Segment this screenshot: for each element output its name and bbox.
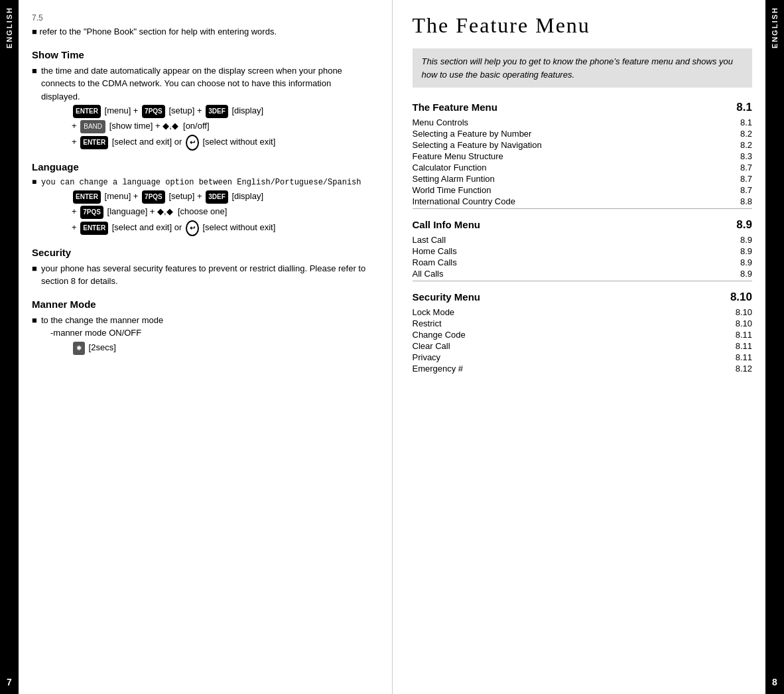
toc-item-1-3: All Calls8.9 [413,268,753,279]
toc-item-0-4: Calculator Function8.7 [413,162,753,173]
toc-section-0: The Feature Menu8.1Menu Controls8.1Selec… [413,101,753,209]
toc-item-name-0-1: Selecting a Feature by Number [413,129,720,139]
sub-page-number: 7.5 [32,13,372,23]
manner-mode-title: Manner Mode [32,299,372,310]
manner-step: ✱ [2secs] [32,340,372,355]
lang-enter-icon: ENTER [73,190,101,204]
toc-item-2-1: Restrict8.10 [413,318,753,329]
toc-section-1: Call Info Menu8.9Last Call8.9Home Calls8… [413,218,753,281]
step-2: + BAND [show time] + ◆,◆ [on/off] [58,118,372,133]
toc-item-0-1: Selecting a Feature by Number8.2 [413,128,753,139]
toc-item-name-2-3: Clear Call [413,341,720,351]
toc-container: The Feature Menu8.1Menu Controls8.1Selec… [413,101,753,374]
lang-sel-icon: ENTER [80,222,108,235]
lang-setup-icon: 7PQS [142,190,165,204]
toc-item-name-0-7: International Country Code [413,196,720,206]
show-time-section: Show Time the time and date automaticall… [32,49,372,151]
toc-item-page-2-5: 8.12 [719,364,752,374]
toc-section-page-1: 8.9 [736,218,752,232]
toc-header-row-0: The Feature Menu8.1 [413,101,753,114]
show-time-bullet: the time and date automatically appear o… [32,64,372,104]
toc-item-2-4: Privacy8.11 [413,352,753,363]
select-no-exit-icon: ↩ [186,135,199,151]
intro-box: This section will help you to get to kno… [413,48,753,88]
toc-item-name-0-6: World Time Function [413,185,720,195]
toc-item-name-1-1: Home Calls [413,246,720,256]
toc-item-name-0-0: Menu Controls [413,117,720,127]
toc-item-name-1-2: Roam Calls [413,257,720,267]
manner-step-1: ✱ [2secs] [58,340,372,355]
enter-icon: ENTER [73,105,101,118]
toc-item-name-2-0: Lock Mode [413,307,720,317]
toc-divider-0 [413,208,753,209]
toc-section-page-0: 8.1 [736,101,752,114]
right-side-tab: ENGLISH 8 [765,0,784,694]
toc-item-0-2: Selecting a Feature by Navigation8.2 [413,139,753,151]
manner-sub: -manner mode ON/OFF [32,326,372,340]
toc-item-name-2-4: Privacy [413,352,720,362]
lang-display-icon: 3DEF [206,190,228,204]
show-time-content: the time and date automatically appear o… [32,64,372,151]
toc-section-page-2: 8.10 [730,291,752,304]
manner-mode-section: Manner Mode to the change the manner mod… [32,299,372,355]
toc-item-2-3: Clear Call8.11 [413,340,753,352]
intro-text: refer to the "Phone Book" section for he… [32,25,372,38]
main-content: 7.5 refer to the "Phone Book" section fo… [19,0,765,694]
toc-item-name-0-5: Setting Alarm Funtion [413,174,720,184]
toc-item-name-2-2: Change Code [413,330,720,340]
toc-item-2-2: Change Code8.11 [413,329,753,340]
toc-item-0-6: World Time Function8.7 [413,184,753,196]
toc-item-page-0-5: 8.7 [719,174,752,184]
toc-section-title-1: Call Info Menu [413,219,481,230]
toc-item-0-0: Menu Controls8.1 [413,117,753,128]
toc-item-page-0-6: 8.7 [719,185,752,195]
toc-item-page-2-4: 8.11 [719,352,752,362]
left-page: 7.5 refer to the "Phone Book" section fo… [19,0,393,694]
security-content: your phone has several security features… [32,262,372,288]
security-bullet: your phone has several security features… [32,262,372,288]
toc-item-page-0-1: 8.2 [719,129,752,139]
toc-item-1-0: Last Call8.9 [413,234,753,245]
left-page-number: 7 [7,677,12,687]
toc-header-row-2: Security Menu8.10 [413,291,753,304]
toc-section-2: Security Menu8.10Lock Mode8.10Restrict8.… [413,291,753,374]
intro-text: This section will help you to get to kno… [422,56,734,80]
step-1: ENTER [menu] + 7PQS [setup] + 3DEF [disp… [58,103,372,118]
toc-item-page-2-2: 8.11 [719,330,752,340]
toc-item-page-2-0: 8.10 [719,307,752,317]
language-section: Language you can change a language optio… [32,161,372,236]
toc-item-name-1-0: Last Call [413,235,720,245]
display-icon: 3DEF [206,105,228,118]
toc-item-page-0-3: 8.3 [719,151,752,161]
setup-icon: 7PQS [142,105,165,118]
toc-item-2-5: Emergency #8.12 [413,363,753,374]
intro-bullet: refer to the "Phone Book" section for he… [32,25,372,38]
toc-item-name-1-3: All Calls [413,269,720,279]
toc-item-page-0-4: 8.7 [719,163,752,173]
manner-bullet: to the change the manner mode [32,314,372,327]
toc-item-page-2-1: 8.10 [719,318,752,328]
manner-key-icon: ✱ [73,342,85,355]
toc-item-page-1-0: 8.9 [719,235,752,245]
toc-item-page-0-0: 8.1 [719,117,752,127]
right-page: The Feature Menu This section will help … [393,0,766,694]
toc-item-0-3: Feature Menu Structure8.3 [413,151,753,162]
lang-step-2: + 7PQS [language] + ◆,◆ [choose one] [58,204,372,219]
show-time-steps: ENTER [menu] + 7PQS [setup] + 3DEF [disp… [32,103,372,151]
language-content: you can change a language option between… [32,176,372,236]
toc-item-name-0-3: Feature Menu Structure [413,151,720,161]
toc-item-0-5: Setting Alarm Funtion8.7 [413,173,753,184]
toc-item-name-2-1: Restrict [413,318,720,328]
toc-item-page-1-2: 8.9 [719,257,752,267]
page-title: The Feature Menu [413,13,753,38]
toc-item-name-0-2: Selecting a Feature by Navigation [413,140,720,150]
right-english-label: ENGLISH [771,7,779,48]
language-title: Language [32,161,372,173]
select-exit-icon: ENTER [80,136,108,149]
language-bullet: you can change a language option between… [32,176,372,188]
lang-7-icon: 7PQS [80,206,103,219]
toc-item-page-1-3: 8.9 [719,269,752,279]
lang-no-exit-icon: ↩ [186,220,199,236]
toc-section-title-0: The Feature Menu [413,102,497,113]
manner-mode-content: to the change the manner mode -manner mo… [32,314,372,355]
